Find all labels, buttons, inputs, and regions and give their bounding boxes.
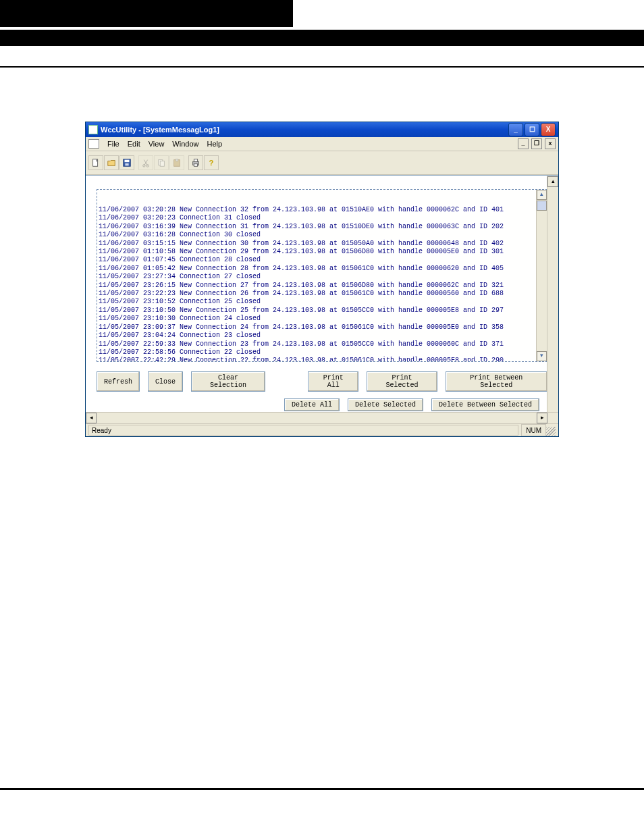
menu-help[interactable]: Help — [203, 138, 226, 149]
close-log-button[interactable]: Close — [148, 371, 183, 392]
print-selected-button[interactable]: Print Selected — [367, 371, 437, 392]
refresh-button[interactable]: Refresh — [97, 371, 140, 392]
window-title: WccUtility - [SystemMessagLog1] — [101, 126, 219, 134]
log-textarea[interactable]: 11/06/2007 03:20:28 New Connection 32 fr… — [97, 189, 547, 362]
new-file-icon[interactable] — [88, 155, 103, 170]
print-icon[interactable] — [188, 155, 203, 170]
menu-edit[interactable]: Edit — [124, 138, 144, 149]
clear-selection-button[interactable]: Clear Selection — [191, 371, 265, 392]
open-file-icon[interactable] — [104, 155, 119, 170]
client-vertical-scrollbar[interactable]: ▴ ▾ — [547, 176, 558, 423]
scroll-right-icon[interactable]: ▸ — [537, 413, 547, 423]
button-row-2: Delete All Delete Selected Delete Betwee… — [284, 398, 547, 411]
page-header-block — [0, 0, 293, 27]
delete-selected-button[interactable]: Delete Selected — [348, 398, 423, 411]
close-button[interactable]: X — [541, 123, 556, 136]
scroll-up-icon[interactable]: ▴ — [537, 190, 547, 200]
toolbar-separator — [135, 155, 138, 170]
scroll-down-icon[interactable]: ▾ — [537, 351, 547, 361]
mdi-restore-button[interactable]: ❐ — [531, 138, 542, 149]
page-footer-rule — [0, 788, 644, 790]
toolbar-separator — [185, 155, 188, 170]
title-bar[interactable]: WccUtility - [SystemMessagLog1] _ ☐ X — [86, 122, 558, 137]
button-row-1: Refresh Close Clear Selection Print All … — [97, 371, 547, 392]
scroll-left-icon[interactable]: ◂ — [86, 413, 97, 423]
client-horizontal-scrollbar[interactable]: ◂ ▸ — [86, 412, 558, 423]
cut-icon[interactable] — [138, 155, 153, 170]
print-between-selected-button[interactable]: Print Between Selected — [446, 371, 547, 392]
app-icon — [88, 125, 98, 134]
delete-all-button[interactable]: Delete All — [284, 398, 340, 411]
paste-icon[interactable] — [169, 155, 184, 170]
svg-rect-7 — [160, 161, 164, 166]
toolbar: ? — [86, 151, 558, 175]
status-num: NUM — [521, 424, 546, 436]
page-divider — [0, 66, 644, 68]
app-window: WccUtility - [SystemMessagLog1] _ ☐ X Fi… — [85, 122, 559, 437]
client-area: 11/06/2007 03:20:28 New Connection 32 fr… — [86, 175, 558, 423]
menu-bar: File Edit View Window Help _ ❐ x — [86, 137, 558, 151]
menu-window[interactable]: Window — [168, 138, 203, 149]
mdi-close-button[interactable]: x — [545, 138, 556, 149]
svg-rect-11 — [194, 159, 197, 162]
svg-text:?: ? — [209, 159, 214, 167]
status-bar: Ready NUM — [86, 423, 558, 436]
menu-file[interactable]: File — [103, 138, 124, 149]
delete-between-selected-button[interactable]: Delete Between Selected — [431, 398, 539, 411]
menu-view[interactable]: View — [144, 138, 169, 149]
svg-rect-2 — [125, 160, 130, 163]
page-header-strip — [0, 30, 644, 46]
print-all-button[interactable]: Print All — [308, 371, 358, 392]
mdi-minimize-button[interactable]: _ — [518, 138, 529, 149]
help-icon[interactable]: ? — [204, 155, 219, 170]
scroll-thumb[interactable] — [537, 201, 547, 211]
svg-rect-3 — [125, 163, 128, 166]
save-icon[interactable] — [119, 155, 134, 170]
svg-rect-9 — [176, 159, 178, 161]
status-ready: Ready — [88, 425, 518, 436]
svg-rect-12 — [194, 164, 197, 167]
maximize-button[interactable]: ☐ — [525, 123, 539, 136]
log-scrollbar[interactable]: ▴ ▾ — [536, 190, 547, 361]
resize-grip-icon[interactable] — [546, 427, 556, 436]
copy-icon[interactable] — [154, 155, 169, 170]
scroll-up-icon[interactable]: ▴ — [547, 176, 558, 187]
minimize-button[interactable]: _ — [508, 123, 523, 136]
log-content[interactable]: 11/06/2007 03:20:28 New Connection 32 fr… — [99, 206, 545, 362]
document-icon[interactable] — [88, 139, 99, 149]
